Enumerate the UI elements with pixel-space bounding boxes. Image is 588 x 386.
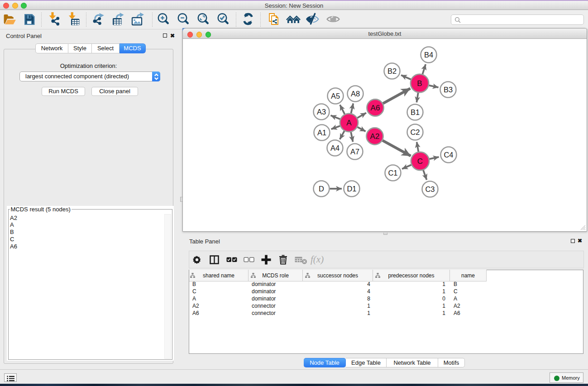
svg-text:C2: C2 [410,128,420,136]
svg-text:A2: A2 [370,132,380,141]
svg-text:C1: C1 [388,169,397,177]
svg-text:D: D [319,185,324,193]
svg-text:A8: A8 [351,90,360,98]
svg-text:D1: D1 [347,185,356,193]
svg-text:B1: B1 [411,108,420,116]
svg-text:C3: C3 [425,185,435,193]
svg-text:B: B [417,79,422,88]
svg-text:C: C [417,157,423,166]
svg-text:A5: A5 [331,92,340,100]
svg-text:A6: A6 [371,104,380,112]
svg-text:A4: A4 [330,144,339,152]
svg-text:C4: C4 [444,151,453,159]
svg-text:A7: A7 [350,148,359,156]
svg-text:A3: A3 [317,108,326,116]
svg-text:B4: B4 [424,51,433,59]
svg-text:B2: B2 [387,67,397,75]
svg-text:A1: A1 [317,129,326,137]
svg-text:B3: B3 [444,86,453,94]
svg-text:A: A [346,119,352,127]
